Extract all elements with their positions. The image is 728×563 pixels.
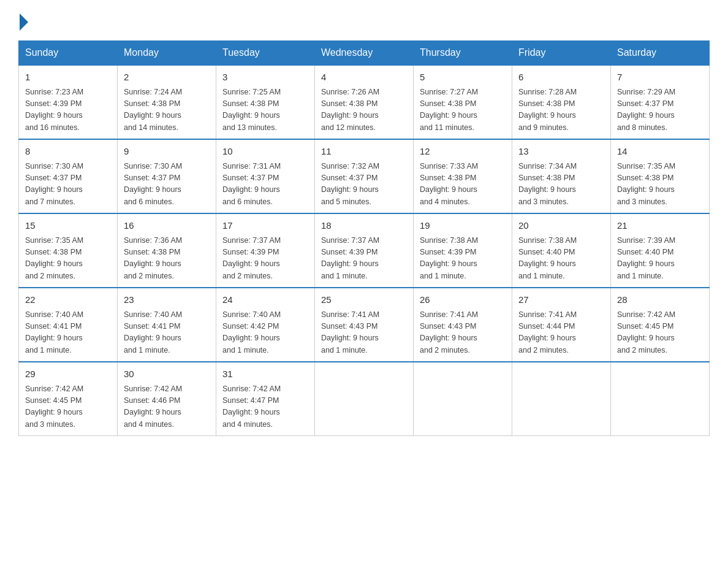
day-info: Sunrise: 7:42 AMSunset: 4:45 PMDaylight:… <box>617 309 703 357</box>
day-info: Sunrise: 7:42 AMSunset: 4:46 PMDaylight:… <box>124 383 210 431</box>
day-number: 25 <box>321 293 407 307</box>
day-info: Sunrise: 7:40 AMSunset: 4:41 PMDaylight:… <box>25 309 111 357</box>
day-number: 13 <box>518 145 604 159</box>
calendar-cell: 1Sunrise: 7:23 AMSunset: 4:39 PMDaylight… <box>19 65 118 139</box>
calendar-header-row: SundayMondayTuesdayWednesdayThursdayFrid… <box>19 41 710 66</box>
day-info: Sunrise: 7:29 AMSunset: 4:37 PMDaylight:… <box>617 86 703 134</box>
day-info: Sunrise: 7:42 AMSunset: 4:47 PMDaylight:… <box>222 383 308 431</box>
day-number: 28 <box>617 293 703 307</box>
day-number: 11 <box>321 145 407 159</box>
day-info: Sunrise: 7:34 AMSunset: 4:38 PMDaylight:… <box>518 161 604 209</box>
calendar-cell: 19Sunrise: 7:38 AMSunset: 4:39 PMDayligh… <box>414 213 512 288</box>
calendar-cell: 23Sunrise: 7:40 AMSunset: 4:41 PMDayligh… <box>118 288 216 362</box>
calendar-week-2: 8Sunrise: 7:30 AMSunset: 4:37 PMDaylight… <box>19 139 710 213</box>
day-info: Sunrise: 7:30 AMSunset: 4:37 PMDaylight:… <box>124 161 210 209</box>
day-info: Sunrise: 7:40 AMSunset: 4:42 PMDaylight:… <box>222 309 308 357</box>
calendar-cell: 13Sunrise: 7:34 AMSunset: 4:38 PMDayligh… <box>512 139 611 213</box>
calendar-cell: 26Sunrise: 7:41 AMSunset: 4:43 PMDayligh… <box>414 288 512 362</box>
day-info: Sunrise: 7:26 AMSunset: 4:38 PMDaylight:… <box>321 86 407 134</box>
day-number: 4 <box>321 71 407 85</box>
calendar-cell <box>315 362 414 436</box>
day-number: 23 <box>124 293 210 307</box>
day-number: 20 <box>518 219 604 233</box>
header-thursday: Thursday <box>414 41 512 66</box>
calendar-cell: 24Sunrise: 7:40 AMSunset: 4:42 PMDayligh… <box>216 288 315 362</box>
day-info: Sunrise: 7:37 AMSunset: 4:39 PMDaylight:… <box>321 235 407 283</box>
calendar-cell: 31Sunrise: 7:42 AMSunset: 4:47 PMDayligh… <box>216 362 315 436</box>
day-number: 3 <box>222 71 308 85</box>
day-info: Sunrise: 7:38 AMSunset: 4:40 PMDaylight:… <box>518 235 604 283</box>
day-info: Sunrise: 7:40 AMSunset: 4:41 PMDaylight:… <box>124 309 210 357</box>
day-number: 21 <box>617 219 703 233</box>
calendar-week-4: 22Sunrise: 7:40 AMSunset: 4:41 PMDayligh… <box>19 288 710 362</box>
day-number: 27 <box>518 293 604 307</box>
day-info: Sunrise: 7:35 AMSunset: 4:38 PMDaylight:… <box>25 235 111 283</box>
day-number: 14 <box>617 145 703 159</box>
calendar-cell: 12Sunrise: 7:33 AMSunset: 4:38 PMDayligh… <box>414 139 512 213</box>
day-number: 17 <box>222 219 308 233</box>
header-sunday: Sunday <box>19 41 118 66</box>
day-info: Sunrise: 7:23 AMSunset: 4:39 PMDaylight:… <box>25 86 111 134</box>
day-number: 9 <box>124 145 210 159</box>
day-info: Sunrise: 7:39 AMSunset: 4:40 PMDaylight:… <box>617 235 703 283</box>
day-number: 12 <box>420 145 506 159</box>
day-number: 7 <box>617 71 703 85</box>
day-number: 18 <box>321 219 407 233</box>
day-number: 26 <box>420 293 506 307</box>
logo <box>18 12 28 28</box>
day-number: 24 <box>222 293 308 307</box>
day-info: Sunrise: 7:32 AMSunset: 4:37 PMDaylight:… <box>321 161 407 209</box>
calendar-cell: 20Sunrise: 7:38 AMSunset: 4:40 PMDayligh… <box>512 213 611 288</box>
day-info: Sunrise: 7:31 AMSunset: 4:37 PMDaylight:… <box>222 161 308 209</box>
day-info: Sunrise: 7:42 AMSunset: 4:45 PMDaylight:… <box>25 383 111 431</box>
day-number: 16 <box>124 219 210 233</box>
header-tuesday: Tuesday <box>216 41 315 66</box>
calendar-cell: 15Sunrise: 7:35 AMSunset: 4:38 PMDayligh… <box>19 213 118 288</box>
calendar-cell: 4Sunrise: 7:26 AMSunset: 4:38 PMDaylight… <box>315 65 414 139</box>
calendar-cell: 16Sunrise: 7:36 AMSunset: 4:38 PMDayligh… <box>118 213 216 288</box>
day-info: Sunrise: 7:28 AMSunset: 4:38 PMDaylight:… <box>518 86 604 134</box>
day-info: Sunrise: 7:25 AMSunset: 4:38 PMDaylight:… <box>222 86 308 134</box>
calendar-cell: 2Sunrise: 7:24 AMSunset: 4:38 PMDaylight… <box>118 65 216 139</box>
calendar-cell: 27Sunrise: 7:41 AMSunset: 4:44 PMDayligh… <box>512 288 611 362</box>
calendar-cell: 7Sunrise: 7:29 AMSunset: 4:37 PMDaylight… <box>611 65 710 139</box>
calendar-cell: 28Sunrise: 7:42 AMSunset: 4:45 PMDayligh… <box>611 288 710 362</box>
calendar-cell: 9Sunrise: 7:30 AMSunset: 4:37 PMDaylight… <box>118 139 216 213</box>
calendar-cell: 10Sunrise: 7:31 AMSunset: 4:37 PMDayligh… <box>216 139 315 213</box>
calendar-cell: 22Sunrise: 7:40 AMSunset: 4:41 PMDayligh… <box>19 288 118 362</box>
day-number: 6 <box>518 71 604 85</box>
calendar-cell: 3Sunrise: 7:25 AMSunset: 4:38 PMDaylight… <box>216 65 315 139</box>
header-monday: Monday <box>118 41 216 66</box>
day-number: 5 <box>420 71 506 85</box>
calendar-cell: 30Sunrise: 7:42 AMSunset: 4:46 PMDayligh… <box>118 362 216 436</box>
logo-arrow-icon <box>20 13 28 31</box>
day-number: 19 <box>420 219 506 233</box>
calendar-cell: 14Sunrise: 7:35 AMSunset: 4:38 PMDayligh… <box>611 139 710 213</box>
calendar-table: SundayMondayTuesdayWednesdayThursdayFrid… <box>18 40 710 436</box>
calendar-cell: 29Sunrise: 7:42 AMSunset: 4:45 PMDayligh… <box>19 362 118 436</box>
header-friday: Friday <box>512 41 611 66</box>
day-number: 22 <box>25 293 111 307</box>
day-info: Sunrise: 7:41 AMSunset: 4:44 PMDaylight:… <box>518 309 604 357</box>
day-number: 10 <box>222 145 308 159</box>
calendar-cell: 6Sunrise: 7:28 AMSunset: 4:38 PMDaylight… <box>512 65 611 139</box>
calendar-week-3: 15Sunrise: 7:35 AMSunset: 4:38 PMDayligh… <box>19 213 710 288</box>
day-number: 15 <box>25 219 111 233</box>
day-number: 30 <box>124 367 210 381</box>
day-info: Sunrise: 7:38 AMSunset: 4:39 PMDaylight:… <box>420 235 506 283</box>
header-wednesday: Wednesday <box>315 41 414 66</box>
day-number: 1 <box>25 71 111 85</box>
page-header <box>18 12 710 28</box>
calendar-week-1: 1Sunrise: 7:23 AMSunset: 4:39 PMDaylight… <box>19 65 710 139</box>
day-info: Sunrise: 7:30 AMSunset: 4:37 PMDaylight:… <box>25 161 111 209</box>
day-info: Sunrise: 7:35 AMSunset: 4:38 PMDaylight:… <box>617 161 703 209</box>
calendar-cell: 8Sunrise: 7:30 AMSunset: 4:37 PMDaylight… <box>19 139 118 213</box>
day-info: Sunrise: 7:24 AMSunset: 4:38 PMDaylight:… <box>124 86 210 134</box>
calendar-cell: 25Sunrise: 7:41 AMSunset: 4:43 PMDayligh… <box>315 288 414 362</box>
calendar-week-5: 29Sunrise: 7:42 AMSunset: 4:45 PMDayligh… <box>19 362 710 436</box>
day-number: 2 <box>124 71 210 85</box>
day-number: 29 <box>25 367 111 381</box>
day-info: Sunrise: 7:41 AMSunset: 4:43 PMDaylight:… <box>420 309 506 357</box>
calendar-cell <box>512 362 611 436</box>
calendar-cell: 17Sunrise: 7:37 AMSunset: 4:39 PMDayligh… <box>216 213 315 288</box>
